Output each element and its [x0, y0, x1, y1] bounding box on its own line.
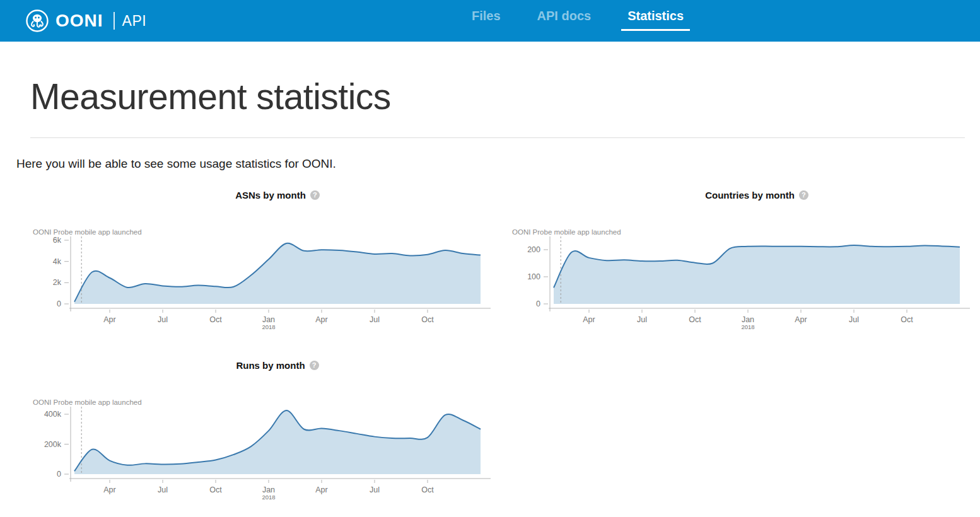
svg-text:2018: 2018: [741, 323, 754, 330]
svg-text:Apr: Apr: [795, 315, 807, 324]
svg-text:Oct: Oct: [421, 485, 434, 494]
svg-text:Apr: Apr: [315, 315, 327, 324]
svg-text:2018: 2018: [262, 323, 275, 330]
charts-grid: ASNs by month ? OONI Probe mobile app la…: [25, 189, 980, 508]
chart-title: ASNs by month: [235, 190, 306, 200]
brand-divider: [114, 12, 115, 30]
svg-text:0: 0: [57, 299, 61, 308]
svg-text:Jan: Jan: [262, 315, 275, 324]
svg-text:Apr: Apr: [103, 315, 115, 324]
help-icon[interactable]: ?: [310, 361, 319, 370]
area-series-fill: [74, 243, 481, 304]
divider: [30, 137, 965, 138]
chart-title: Runs by month: [236, 360, 305, 371]
svg-text:Jan: Jan: [742, 315, 754, 324]
annotation-label: OONI Probe mobile app launched: [512, 228, 621, 236]
svg-text:6k: 6k: [53, 236, 62, 245]
svg-text:Oct: Oct: [421, 315, 434, 324]
page-title: Measurement statistics: [30, 76, 980, 117]
svg-text:Jul: Jul: [158, 315, 168, 324]
svg-text:Oct: Oct: [209, 485, 222, 494]
area-chart-runs: OONI Probe mobile app launched0200k400kA…: [25, 395, 505, 508]
intro-text: Here you will be able to see some usage …: [16, 157, 980, 171]
nav-item-statistics[interactable]: Statistics: [621, 9, 690, 31]
svg-text:Jul: Jul: [637, 315, 647, 324]
svg-text:Jul: Jul: [370, 315, 380, 324]
area-chart-asns: OONI Probe mobile app launched02k4k6kApr…: [25, 224, 505, 338]
page-content: Measurement statistics Here you will be …: [0, 76, 980, 508]
annotation-label: OONI Probe mobile app launched: [33, 398, 142, 406]
brand[interactable]: OONI API: [25, 0, 146, 42]
chart-countries-by-month: Countries by month ? OONI Probe mobile a…: [505, 189, 980, 338]
annotation-label: OONI Probe mobile app launched: [33, 228, 142, 236]
nav-item-api-docs[interactable]: API docs: [531, 9, 598, 31]
ooni-logo-icon: [25, 9, 49, 33]
app-header: OONI API Files API docs Statistics: [0, 0, 980, 42]
nav-item-files[interactable]: Files: [465, 9, 507, 31]
svg-text:200k: 200k: [44, 440, 62, 449]
y-axis: 02k4k6k: [53, 236, 71, 311]
svg-text:400k: 400k: [44, 410, 62, 419]
chart-title: Countries by month: [705, 190, 795, 200]
svg-text:Oct: Oct: [901, 315, 913, 324]
svg-text:2018: 2018: [262, 494, 275, 501]
area-chart-countries: OONI Probe mobile app launched0100200Apr…: [505, 224, 980, 338]
help-icon[interactable]: ?: [799, 190, 808, 200]
svg-text:Oct: Oct: [689, 315, 701, 324]
svg-text:0: 0: [57, 470, 61, 479]
svg-text:Jan: Jan: [262, 485, 275, 494]
brand-suffix: API: [122, 13, 147, 30]
x-axis: AprJulOctJan2018AprJulOct: [549, 308, 970, 330]
svg-text:Apr: Apr: [315, 485, 327, 494]
svg-text:4k: 4k: [53, 257, 62, 266]
svg-text:Apr: Apr: [583, 315, 595, 324]
x-axis: AprJulOctJan2018AprJulOct: [69, 479, 491, 501]
chart-asns-by-month: ASNs by month ? OONI Probe mobile app la…: [25, 189, 505, 338]
brand-name: OONI: [55, 11, 103, 31]
area-series-fill: [554, 245, 960, 304]
svg-text:200: 200: [527, 245, 540, 254]
empty-cell: [505, 359, 980, 508]
svg-text:100: 100: [527, 272, 540, 281]
main-nav: Files API docs Statistics: [465, 0, 690, 31]
x-axis: AprJulOctJan2018AprJulOct: [69, 308, 491, 330]
svg-text:Apr: Apr: [103, 485, 115, 494]
svg-text:0: 0: [536, 299, 540, 308]
chart-runs-by-month: Runs by month ? OONI Probe mobile app la…: [25, 359, 505, 508]
y-axis: 0200k400k: [44, 407, 71, 482]
svg-text:Jul: Jul: [849, 315, 859, 324]
y-axis: 0100200: [527, 236, 550, 311]
svg-text:Jul: Jul: [370, 485, 380, 494]
svg-text:Oct: Oct: [209, 315, 222, 324]
help-icon[interactable]: ?: [310, 190, 320, 200]
svg-text:2k: 2k: [53, 278, 62, 287]
svg-text:Jul: Jul: [158, 485, 168, 494]
